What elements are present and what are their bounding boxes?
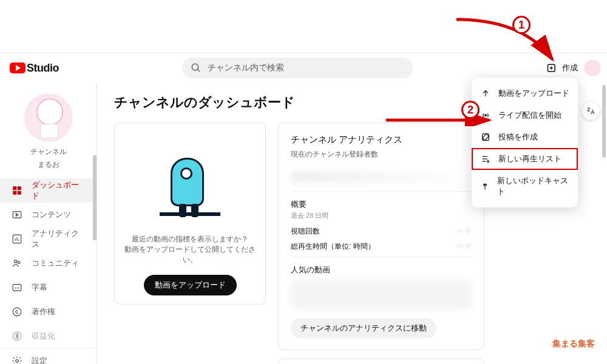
- upload-icon: [480, 89, 491, 98]
- metric-watch-label: 総再生時間（単位: 時間）: [291, 241, 375, 252]
- sidebar-item-label: 著作権: [32, 306, 55, 317]
- metric-watch-value-blurred: — ✓: [456, 241, 472, 252]
- sidebar-item-label: コンテンツ: [32, 209, 71, 220]
- youtube-icon: [10, 62, 25, 73]
- sidebar-item-subtitles[interactable]: 字幕: [0, 275, 97, 300]
- sidebar-item-analytics[interactable]: アナリティクス: [0, 227, 97, 251]
- podcast-icon: [480, 181, 490, 191]
- subtitles-icon: [11, 282, 23, 293]
- metric-views-row: 視聴回数 — ✓: [291, 226, 472, 237]
- dropdown-upload-video[interactable]: 動画をアップロード: [472, 83, 578, 104]
- divider: [291, 257, 472, 257]
- analytics-card: チャンネル アナリティクス 現在のチャンネル登録者数 概要 過去 28 日間 視…: [278, 123, 484, 350]
- dropdown-new-playlist[interactable]: 新しい再生リスト: [472, 148, 578, 170]
- sidebar-scrollbar[interactable]: [93, 155, 97, 240]
- search-icon: [191, 62, 202, 73]
- svg-point-16: [18, 261, 20, 264]
- create-icon: [546, 62, 558, 74]
- dropdown-item-label: 投稿を作成: [498, 132, 538, 143]
- svg-point-34: [484, 184, 486, 186]
- svg-rect-6: [18, 186, 21, 190]
- upload-prompt-line1: 最近の動画の指標を表示しますか？: [132, 234, 248, 244]
- sidebar-item-community[interactable]: コミュニティ: [0, 251, 97, 275]
- dropdown-item-label: 新しいポッドキャスト: [497, 175, 569, 197]
- svg-point-23: [16, 360, 19, 363]
- svg-point-0: [192, 64, 198, 70]
- copyright-icon: [11, 306, 23, 317]
- channel-box[interactable]: チャンネル まるお: [0, 89, 97, 178]
- dropdown-item-label: 動画をアップロード: [498, 88, 569, 99]
- svg-point-15: [15, 260, 18, 263]
- sidebar-item-content[interactable]: コンテンツ: [0, 203, 97, 227]
- channel-label: チャンネル: [0, 147, 97, 157]
- metric-views-value-blurred: — ✓: [456, 226, 472, 237]
- account-avatar[interactable]: [584, 59, 601, 76]
- main-scrollbar[interactable]: [602, 85, 606, 158]
- post-icon: [480, 132, 491, 142]
- sidebar-item-label: 設定: [32, 356, 47, 364]
- subscribers-label: 現在のチャンネル登録者数: [291, 149, 472, 160]
- playlist-icon: [480, 154, 491, 164]
- search-input[interactable]: チャンネル内で検索: [182, 58, 413, 78]
- popular-title: 人気の動画: [291, 265, 472, 275]
- annotation-number-2: 2: [461, 101, 480, 119]
- sidebar-item-settings[interactable]: 設定: [0, 349, 97, 364]
- svg-text:$: $: [16, 334, 19, 339]
- svg-rect-17: [13, 285, 21, 291]
- studio-logo[interactable]: Studio: [10, 62, 59, 75]
- upload-video-button[interactable]: 動画をアップロード: [144, 275, 237, 295]
- sidebar-item-monetize[interactable]: $ 収益化: [0, 324, 97, 348]
- upload-prompt-line2: 動画をアップロードして公開してください。: [123, 244, 257, 265]
- logo-text: Studio: [27, 62, 59, 75]
- channel-name: まるお: [0, 160, 97, 170]
- dropdown-create-post[interactable]: 投稿を作成: [472, 126, 578, 148]
- sidebar-item-copyright[interactable]: 著作権: [0, 300, 97, 324]
- svg-rect-8: [18, 191, 21, 195]
- metric-views-label: 視聴回数: [291, 226, 320, 237]
- recent-subscribers-card: 最近のチャンネル登録者: [278, 359, 484, 364]
- annotation-number-1: 1: [512, 16, 531, 34]
- divider: [291, 191, 472, 192]
- search-placeholder: チャンネル内で検索: [208, 62, 284, 73]
- analytics-title: チャンネル アナリティクス: [291, 134, 472, 146]
- upload-illustration: [154, 152, 226, 224]
- sidebar-item-label: 収益化: [32, 331, 55, 342]
- subscribers-value-blurred: [291, 172, 472, 183]
- svg-point-20: [13, 308, 21, 316]
- go-to-analytics-button[interactable]: チャンネルのアナリティクスに移動: [291, 318, 436, 339]
- create-label: 作成: [562, 62, 578, 73]
- create-dropdown: 動画をアップロード ライブ配信を開始 投稿を作成 新しい再生リスト 新しいポッド…: [472, 78, 578, 207]
- sidebar-bottom: 設定 フィードバックを送信: [0, 348, 97, 364]
- language-fab[interactable]: [582, 102, 600, 120]
- sidebar-item-label: 字幕: [32, 282, 47, 293]
- create-button[interactable]: 作成: [546, 62, 578, 74]
- monetize-icon: $: [11, 331, 23, 342]
- nav-list: ダッシュボード コンテンツ アナリティクス コミュニティ 字幕 著作権: [0, 178, 97, 348]
- annotation-arrow-2: [386, 114, 495, 126]
- watermark: 集まる集客: [552, 339, 595, 349]
- metric-watch-row: 総再生時間（単位: 時間） — ✓: [291, 241, 472, 252]
- svg-line-1: [197, 69, 200, 72]
- dropdown-new-podcast[interactable]: 新しいポッドキャスト: [472, 170, 578, 203]
- dropdown-item-label: 新しい再生リスト: [498, 153, 561, 164]
- content-icon: [11, 209, 23, 220]
- sidebar-item-label: アナリティクス: [32, 228, 86, 250]
- svg-rect-5: [13, 186, 16, 190]
- sidebar: チャンネル まるお ダッシュボード コンテンツ アナリティクス コミュニティ: [0, 83, 97, 364]
- translate-icon: [586, 106, 595, 116]
- dropdown-item-label: ライブ配信を開始: [498, 110, 561, 121]
- upload-prompt-card: 最近の動画の指標を表示しますか？ 動画をアップロードして公開してください。 動画…: [114, 123, 266, 305]
- svg-marker-10: [16, 214, 19, 217]
- svg-rect-7: [13, 191, 16, 195]
- summary-title: 概要: [291, 199, 472, 210]
- sidebar-item-label: ダッシュボード: [32, 180, 86, 201]
- settings-icon: [11, 356, 23, 364]
- channel-avatar: [24, 93, 73, 142]
- dashboard-icon: [11, 185, 23, 196]
- community-icon: [11, 258, 23, 269]
- popular-content-blurred: [291, 279, 472, 309]
- analytics-icon: [11, 234, 23, 244]
- sidebar-item-label: コミュニティ: [32, 258, 79, 269]
- summary-period: 過去 28 日間: [291, 211, 472, 220]
- sidebar-item-dashboard[interactable]: ダッシュボード: [0, 178, 97, 203]
